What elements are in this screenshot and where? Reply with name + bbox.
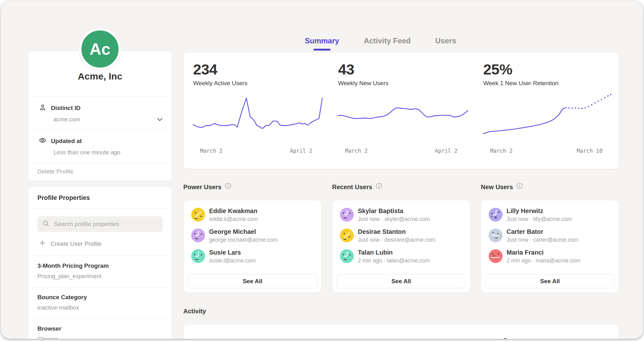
company-avatar: Ac: [79, 28, 121, 70]
profile-field-row: Distinct ID acme.com: [28, 97, 172, 130]
user-name: Carter Bator: [507, 228, 578, 235]
x-axis-end-label: April 2: [435, 148, 458, 154]
user-name: Susie Lars: [209, 249, 256, 256]
user-row[interactable]: George Michael george.michael@acme.com: [188, 227, 317, 244]
profile-properties-title: Profile Properties: [28, 187, 172, 208]
sparkline-chart: [193, 92, 323, 143]
person-icon: [39, 103, 47, 113]
user-name: Eddie Kwakman: [209, 207, 258, 215]
tab[interactable]: Activity Feed: [364, 36, 411, 51]
user-name: Lilly Herwitz: [507, 207, 572, 215]
user-list-card: Eddie Kwakman eddie.k@acme.com George Mi…: [183, 200, 322, 293]
user-row[interactable]: Lilly Herwitz Just now · lilly@acme.com: [486, 206, 614, 223]
app-window: Ac Acme, Inc Distinct ID acme.com: [1, 1, 643, 339]
create-user-profile-button[interactable]: Create User Profile: [37, 239, 163, 248]
profile-field-row: Updated at Less than one minute ago: [28, 130, 172, 163]
chevron-down-icon[interactable]: [156, 115, 164, 124]
activity-stat-value: 3.4k: [483, 335, 613, 339]
user-row[interactable]: Susie Lars susie.l@acme.com: [188, 248, 317, 264]
property-item[interactable]: Browser Chrome: [28, 318, 172, 339]
user-meta: Just now · desirare@acme.com: [358, 237, 435, 243]
user-list: Eddie Kwakman eddie.k@acme.com George Mi…: [188, 206, 317, 269]
x-axis-start-label: March 2: [490, 148, 513, 154]
sparkline-chart: [483, 92, 613, 143]
see-all-button[interactable]: See All: [188, 274, 317, 288]
user-name: Talan Lubin: [358, 249, 430, 256]
user-meta: 2 min ago · maria@acme.com: [507, 257, 580, 264]
x-axis-start-label: March 2: [200, 148, 223, 154]
property-item[interactable]: 3-Month Pricing Program Pricing_plan_exp…: [28, 256, 172, 287]
user-sections: Power Users Eddie Kwa: [183, 183, 619, 293]
user-section: New Users Lilly Herwi: [481, 183, 619, 293]
user-list: Lilly Herwitz Just now · lilly@acme.com …: [486, 206, 614, 269]
activity-stat-column: 940: [329, 325, 474, 339]
field-label: Updated at: [51, 138, 82, 145]
user-avatar: [191, 249, 205, 263]
property-item[interactable]: Bounce Category inactive-mailbox: [28, 287, 172, 318]
property-value: Pricing_plan_experiment: [37, 272, 163, 280]
user-avatar: [191, 228, 205, 242]
info-icon[interactable]: [516, 183, 523, 191]
stat-value: 25%: [483, 61, 613, 78]
property-name: Bounce Category: [37, 294, 163, 301]
info-icon[interactable]: [376, 183, 382, 191]
x-axis-end-label: April 2: [290, 148, 313, 154]
create-user-profile-label: Create User Profile: [51, 240, 102, 247]
user-list: Skylar Baptista Just now · skyler@acme.c…: [337, 206, 466, 269]
user-section-title: Recent Users: [332, 183, 372, 191]
user-section: Recent Users Skylar B: [332, 183, 470, 293]
user-avatar: [489, 249, 502, 263]
activity-stat-value: 234: [193, 335, 323, 339]
user-row[interactable]: Desirae Stanton Just now · desirare@acme…: [337, 227, 466, 244]
user-row[interactable]: Carter Bator Just now · carter@acme.com: [486, 227, 614, 244]
tab[interactable]: Summary: [305, 36, 339, 51]
property-value: Chrome: [37, 335, 163, 339]
user-avatar: [340, 228, 354, 242]
stat-label: Weekly New Users: [338, 80, 468, 87]
activity-stat-column: 234: [184, 325, 329, 339]
x-axis-labels: March 2 April 2: [338, 148, 468, 154]
user-avatar: [489, 208, 502, 222]
see-all-button[interactable]: See All: [486, 274, 614, 288]
user-name: Maria Franci: [507, 249, 580, 256]
search-profile-properties[interactable]: [37, 216, 163, 232]
stat-value: 234: [193, 61, 323, 78]
summary-stat-column: 43 Weekly New Users March 2 April 2: [329, 52, 474, 169]
user-section-title: New Users: [481, 183, 513, 191]
summary-stat-column: 25% Week 1 New User Retention March 2 Ma…: [474, 52, 619, 169]
stat-label: Week 1 New User Retention: [483, 80, 613, 87]
user-row[interactable]: Eddie Kwakman eddie.k@acme.com: [188, 206, 317, 223]
search-icon: [42, 220, 50, 228]
x-axis-end-label: March 10: [577, 148, 602, 154]
activity-card: 234 940 3.4k: [183, 324, 619, 339]
tab-bar: Summary Activity Feed Users: [183, 36, 578, 51]
user-row[interactable]: Maria Franci 2 min ago · maria@acme.com: [486, 248, 614, 264]
user-meta: eddie.k@acme.com: [209, 216, 258, 223]
activity-title: Activity: [183, 308, 206, 315]
profile-properties-card: Profile Properties Create User Profile: [28, 186, 172, 339]
sparkline-chart: [338, 92, 468, 143]
summary-stat-column: 234 Weekly Active Users March 2 April 2: [184, 52, 329, 169]
profile-card: Acme, Inc Distinct ID acme.com: [28, 51, 172, 181]
eye-icon: [39, 136, 47, 146]
company-avatar-initials: Ac: [90, 40, 110, 58]
user-meta: george.michael@acme.com: [209, 237, 278, 243]
tab[interactable]: Users: [435, 36, 456, 51]
delete-profile-button[interactable]: Delete Profile: [28, 163, 172, 181]
user-name: Desirae Stanton: [358, 228, 435, 235]
user-name: Skylar Baptista: [358, 207, 430, 215]
x-axis-labels: March 2 April 2: [193, 148, 323, 154]
see-all-button[interactable]: See All: [337, 274, 466, 288]
property-name: Browser: [37, 325, 163, 333]
x-axis-start-label: March 2: [345, 148, 368, 154]
property-name: 3-Month Pricing Program: [37, 262, 163, 270]
user-row[interactable]: Talan Lubin 2 min ago · talan@acme.com: [337, 248, 466, 264]
user-row[interactable]: Skylar Baptista Just now · skyler@acme.c…: [337, 206, 466, 223]
x-axis-labels: March 2 March 10: [483, 148, 613, 154]
search-input[interactable]: [53, 220, 158, 228]
screen: Ac Acme, Inc Distinct ID acme.com: [0, 0, 644, 341]
field-label: Distinct ID: [51, 105, 80, 112]
info-icon[interactable]: [225, 183, 231, 191]
user-meta: Just now · lilly@acme.com: [507, 216, 572, 223]
user-avatar: [191, 208, 205, 222]
